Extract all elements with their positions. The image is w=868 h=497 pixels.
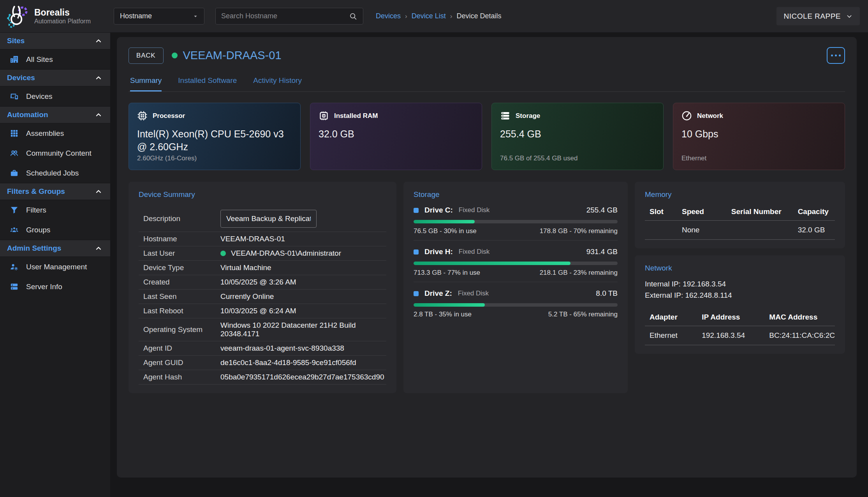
search-box[interactable] bbox=[215, 8, 363, 25]
summary-label: Last User bbox=[143, 249, 220, 258]
disks-icon bbox=[500, 111, 511, 121]
summary-value: Currently Online bbox=[220, 292, 274, 301]
drive-name: Drive Z: bbox=[424, 289, 452, 298]
breadcrumb-device-details: Device Details bbox=[456, 12, 501, 20]
topbar: Borealis Automation Platform Hostname De… bbox=[0, 0, 868, 32]
sidebar-section-admin-settings[interactable]: Admin Settings bbox=[0, 240, 110, 257]
drive-remaining-text: 178.8 GB - 70% remaining bbox=[540, 227, 618, 235]
ellipsis-icon bbox=[839, 54, 841, 56]
stat-card-title: Network bbox=[697, 112, 723, 120]
summary-value: Windows 10 2022 Datacenter 21H2 Build 20… bbox=[220, 321, 386, 338]
tab-installed-software[interactable]: Installed Software bbox=[178, 76, 237, 91]
stat-card-row: Processor Intel(R) Xeon(R) CPU E5-2690 v… bbox=[129, 103, 845, 170]
column-header-mac-address: MAC Address bbox=[764, 310, 835, 326]
sidebar-item-filters[interactable]: Filters bbox=[0, 200, 110, 220]
stat-card-value: 255.4 GB bbox=[500, 128, 655, 140]
brand-subtitle: Automation Platform bbox=[34, 18, 91, 25]
tab-bar: Summary Installed Software Activity Hist… bbox=[129, 76, 845, 92]
drive-type: Fixed Disk bbox=[459, 248, 489, 256]
sidebar-section-automation[interactable]: Automation bbox=[0, 106, 110, 123]
search-icon[interactable] bbox=[349, 12, 357, 21]
search-field-select[interactable]: Hostname bbox=[114, 8, 204, 25]
drive-bullet-icon bbox=[414, 249, 419, 255]
drive-stats: 2.8 TB - 35% in use 5.2 TB - 65% remaini… bbox=[414, 311, 618, 318]
more-actions-button[interactable] bbox=[827, 47, 845, 64]
stat-card-header: Installed RAM bbox=[319, 111, 474, 121]
sidebar-section-sites[interactable]: Sites bbox=[0, 32, 110, 49]
stat-card-processor: Processor Intel(R) Xeon(R) CPU E5-2690 v… bbox=[129, 103, 301, 170]
sidebar: Sites All Sites Devices Devices Automati… bbox=[0, 32, 110, 497]
summary-label: Description bbox=[143, 214, 220, 223]
chevron-up-icon bbox=[95, 37, 102, 45]
last-user-value: VEEAM-DRAAS-01\Administrator bbox=[231, 249, 341, 258]
search-field-select-value: Hostname bbox=[120, 12, 152, 20]
sidebar-section-devices[interactable]: Devices bbox=[0, 69, 110, 86]
sidebar-item-community-content[interactable]: Community Content bbox=[0, 143, 110, 163]
summary-row-agent-hash: Agent Hash 05ba0e7935171d626ecea29b27d7a… bbox=[139, 370, 386, 385]
summary-row-description: Description bbox=[139, 206, 386, 232]
summary-label: Last Reboot bbox=[143, 307, 220, 315]
stat-card-header: Network bbox=[681, 111, 836, 121]
description-input[interactable] bbox=[220, 210, 317, 228]
memory-capacity-cell: 32.0 GB bbox=[793, 221, 835, 240]
brand: Borealis Automation Platform bbox=[0, 0, 110, 32]
brand-text: Borealis Automation Platform bbox=[34, 7, 91, 25]
sidebar-item-label: Scheduled Jobs bbox=[26, 169, 79, 177]
sidebar-section-filters-groups[interactable]: Filters & Groups bbox=[0, 183, 110, 200]
summary-value: veeam-draas-01-agent-svc-8930a338 bbox=[220, 344, 344, 353]
memory-serial-cell bbox=[727, 221, 793, 240]
external-ip: External IP: 162.248.8.114 bbox=[645, 290, 835, 301]
column-header-speed: Speed bbox=[677, 204, 727, 221]
chevron-up-icon bbox=[95, 111, 102, 119]
sidebar-item-label: Groups bbox=[26, 226, 50, 234]
summary-row-created: Created 10/05/2025 @ 3:26 AM bbox=[139, 275, 386, 290]
breadcrumb-devices[interactable]: Devices bbox=[376, 12, 401, 20]
drive-bullet-icon bbox=[414, 208, 419, 213]
gauge-icon bbox=[681, 111, 692, 121]
breadcrumb-separator-icon: › bbox=[405, 12, 407, 20]
sidebar-item-label: Community Content bbox=[26, 149, 92, 158]
summary-value: 10/03/2025 @ 6:24 AM bbox=[220, 307, 296, 315]
stat-card-header: Processor bbox=[137, 111, 292, 121]
summary-row-device-type: Device Type Virtual Machine bbox=[139, 261, 386, 275]
sidebar-section-label: Automation bbox=[7, 111, 48, 119]
sidebar-item-scheduled-jobs[interactable]: Scheduled Jobs bbox=[0, 163, 110, 183]
summary-value: Virtual Machine bbox=[220, 263, 271, 272]
drive-usage-fill bbox=[414, 262, 570, 265]
sidebar-item-user-management[interactable]: User Management bbox=[0, 257, 110, 277]
filter-icon bbox=[10, 205, 19, 214]
page-header: BACK VEEAM-DRAAS-01 bbox=[129, 47, 845, 64]
network-panel: Network Internal IP: 192.168.3.54 Extern… bbox=[635, 255, 845, 354]
back-button[interactable]: BACK bbox=[129, 47, 164, 64]
breadcrumb: Devices › Device List › Device Details bbox=[376, 12, 501, 20]
server-icon bbox=[10, 282, 19, 291]
panel-title: Network bbox=[645, 264, 835, 272]
sidebar-item-server-info[interactable]: Server Info bbox=[0, 277, 110, 297]
user-menu-button[interactable]: NICOLE RAPPE bbox=[776, 7, 860, 25]
sidebar-item-assemblies[interactable]: Assemblies bbox=[0, 123, 110, 143]
search-input[interactable] bbox=[221, 12, 338, 20]
summary-label: Agent GUID bbox=[143, 358, 220, 367]
drive-name: Drive C: bbox=[424, 206, 453, 214]
network-mac-cell: BC:24:11:CA:C6:2C bbox=[764, 326, 835, 345]
tab-activity-history[interactable]: Activity History bbox=[253, 76, 302, 91]
summary-value: 10/05/2025 @ 3:26 AM bbox=[220, 278, 296, 286]
panel-title: Memory bbox=[645, 190, 835, 199]
table-row: None 32.0 GB bbox=[645, 221, 835, 240]
sidebar-item-groups[interactable]: Groups bbox=[0, 220, 110, 240]
sidebar-section-label: Sites bbox=[7, 37, 25, 45]
memory-speed-cell: None bbox=[677, 221, 727, 240]
stat-card-subtext bbox=[319, 155, 474, 162]
summary-row-hostname: Hostname VEEAM-DRAAS-01 bbox=[139, 232, 386, 246]
table-header-row: Slot Speed Serial Number Capacity bbox=[645, 204, 835, 221]
sidebar-item-all-sites[interactable]: All Sites bbox=[0, 49, 110, 69]
summary-row-last-user: Last User VEEAM-DRAAS-01\Administrator bbox=[139, 246, 386, 261]
summary-value: VEEAM-DRAAS-01\Administrator bbox=[220, 249, 341, 258]
breadcrumb-device-list[interactable]: Device List bbox=[412, 12, 446, 20]
network-ip-cell: 192.168.3.54 bbox=[697, 326, 764, 345]
sidebar-item-devices[interactable]: Devices bbox=[0, 86, 110, 106]
drive-used-text: 713.3 GB - 77% in use bbox=[414, 269, 480, 277]
briefcase-icon bbox=[10, 169, 19, 177]
chevron-up-icon bbox=[95, 244, 102, 252]
tab-summary[interactable]: Summary bbox=[130, 76, 162, 91]
